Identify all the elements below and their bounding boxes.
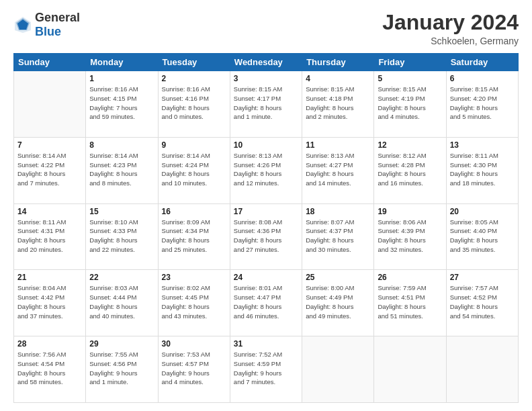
day-info: Sunrise: 8:08 AMSunset: 4:36 PMDaylight:…	[234, 218, 298, 255]
page: General Blue January 2024 Schkoelen, Ger…	[0, 0, 532, 411]
day-number: 21	[17, 273, 82, 282]
table-row: 20Sunrise: 8:05 AMSunset: 4:40 PMDayligh…	[446, 203, 518, 270]
calendar-week-1: 7Sunrise: 8:14 AMSunset: 4:22 PMDaylight…	[14, 137, 519, 203]
day-info: Sunrise: 8:04 AMSunset: 4:42 PMDaylight:…	[17, 283, 82, 320]
table-row: 27Sunrise: 7:57 AMSunset: 4:52 PMDayligh…	[446, 270, 518, 336]
logo-text: General Blue	[35, 11, 80, 39]
table-row: 2Sunrise: 8:16 AMSunset: 4:16 PMDaylight…	[158, 71, 230, 138]
day-number: 5	[378, 74, 442, 83]
logo-icon	[13, 15, 32, 34]
day-info: Sunrise: 8:07 AMSunset: 4:37 PMDaylight:…	[306, 218, 370, 255]
day-number: 23	[162, 273, 226, 282]
table-row	[374, 336, 446, 403]
table-row: 28Sunrise: 7:56 AMSunset: 4:54 PMDayligh…	[14, 336, 86, 403]
day-info: Sunrise: 8:15 AMSunset: 4:20 PMDaylight:…	[450, 85, 515, 122]
table-row: 23Sunrise: 8:02 AMSunset: 4:45 PMDayligh…	[158, 270, 230, 336]
table-row: 17Sunrise: 8:08 AMSunset: 4:36 PMDayligh…	[230, 203, 302, 270]
day-number: 29	[89, 339, 154, 349]
table-row: 25Sunrise: 8:00 AMSunset: 4:49 PMDayligh…	[302, 270, 374, 336]
day-info: Sunrise: 8:02 AMSunset: 4:45 PMDaylight:…	[162, 283, 226, 320]
day-number: 14	[17, 207, 82, 216]
day-number: 26	[378, 273, 442, 282]
day-info: Sunrise: 8:13 AMSunset: 4:27 PMDaylight:…	[306, 151, 370, 188]
table-row: 22Sunrise: 8:03 AMSunset: 4:44 PMDayligh…	[86, 270, 158, 336]
calendar-week-3: 21Sunrise: 8:04 AMSunset: 4:42 PMDayligh…	[14, 270, 519, 336]
day-info: Sunrise: 7:59 AMSunset: 4:51 PMDaylight:…	[378, 283, 442, 320]
table-row: 13Sunrise: 8:11 AMSunset: 4:30 PMDayligh…	[446, 137, 518, 203]
table-row	[446, 336, 518, 403]
table-row: 24Sunrise: 8:01 AMSunset: 4:47 PMDayligh…	[230, 270, 302, 336]
day-number: 9	[162, 140, 226, 150]
table-row: 4Sunrise: 8:15 AMSunset: 4:18 PMDaylight…	[302, 71, 374, 138]
day-number: 10	[234, 140, 298, 150]
calendar-week-4: 28Sunrise: 7:56 AMSunset: 4:54 PMDayligh…	[14, 336, 519, 403]
day-number: 6	[450, 74, 515, 83]
day-info: Sunrise: 8:15 AMSunset: 4:19 PMDaylight:…	[378, 85, 442, 122]
table-row: 29Sunrise: 7:55 AMSunset: 4:56 PMDayligh…	[86, 336, 158, 403]
table-row: 31Sunrise: 7:52 AMSunset: 4:59 PMDayligh…	[230, 336, 302, 403]
table-row: 8Sunrise: 8:14 AMSunset: 4:23 PMDaylight…	[86, 137, 158, 203]
day-number: 28	[17, 339, 82, 349]
calendar-table: Sunday Monday Tuesday Wednesday Thursday…	[13, 53, 519, 403]
day-number: 30	[162, 339, 226, 349]
logo-general: General	[35, 11, 80, 24]
day-info: Sunrise: 7:53 AMSunset: 4:57 PMDaylight:…	[162, 350, 226, 387]
day-number: 18	[306, 207, 370, 216]
day-info: Sunrise: 7:56 AMSunset: 4:54 PMDaylight:…	[17, 350, 82, 387]
table-row: 30Sunrise: 7:53 AMSunset: 4:57 PMDayligh…	[158, 336, 230, 403]
col-wednesday: Wednesday	[230, 54, 302, 71]
calendar-week-0: 1Sunrise: 8:16 AMSunset: 4:15 PMDaylight…	[14, 71, 519, 138]
day-info: Sunrise: 8:16 AMSunset: 4:16 PMDaylight:…	[162, 85, 226, 122]
table-row: 9Sunrise: 8:14 AMSunset: 4:24 PMDaylight…	[158, 137, 230, 203]
col-saturday: Saturday	[446, 54, 518, 71]
table-row: 19Sunrise: 8:06 AMSunset: 4:39 PMDayligh…	[374, 203, 446, 270]
table-row: 11Sunrise: 8:13 AMSunset: 4:27 PMDayligh…	[302, 137, 374, 203]
calendar-week-2: 14Sunrise: 8:11 AMSunset: 4:31 PMDayligh…	[14, 203, 519, 270]
day-number: 7	[17, 140, 82, 150]
day-info: Sunrise: 8:00 AMSunset: 4:49 PMDaylight:…	[306, 283, 370, 320]
table-row: 21Sunrise: 8:04 AMSunset: 4:42 PMDayligh…	[14, 270, 86, 336]
day-info: Sunrise: 7:52 AMSunset: 4:59 PMDaylight:…	[234, 350, 298, 387]
table-row: 18Sunrise: 8:07 AMSunset: 4:37 PMDayligh…	[302, 203, 374, 270]
day-info: Sunrise: 8:05 AMSunset: 4:40 PMDaylight:…	[450, 218, 515, 255]
title-block: January 2024 Schkoelen, Germany	[382, 11, 519, 46]
table-row: 7Sunrise: 8:14 AMSunset: 4:22 PMDaylight…	[14, 137, 86, 203]
col-tuesday: Tuesday	[158, 54, 230, 71]
calendar-title: January 2024	[382, 11, 519, 34]
header: General Blue January 2024 Schkoelen, Ger…	[13, 11, 519, 46]
table-row: 26Sunrise: 7:59 AMSunset: 4:51 PMDayligh…	[374, 270, 446, 336]
table-row	[14, 71, 86, 138]
day-info: Sunrise: 8:15 AMSunset: 4:17 PMDaylight:…	[234, 85, 298, 122]
table-row: 6Sunrise: 8:15 AMSunset: 4:20 PMDaylight…	[446, 71, 518, 138]
table-row: 16Sunrise: 8:09 AMSunset: 4:34 PMDayligh…	[158, 203, 230, 270]
day-number: 20	[450, 207, 515, 216]
col-monday: Monday	[86, 54, 158, 71]
day-info: Sunrise: 8:10 AMSunset: 4:33 PMDaylight:…	[89, 218, 154, 255]
day-info: Sunrise: 8:14 AMSunset: 4:24 PMDaylight:…	[162, 151, 226, 188]
day-number: 19	[378, 207, 442, 216]
day-number: 2	[162, 74, 226, 83]
day-info: Sunrise: 8:12 AMSunset: 4:28 PMDaylight:…	[378, 151, 442, 188]
logo: General Blue	[13, 11, 80, 39]
col-sunday: Sunday	[14, 54, 86, 71]
day-info: Sunrise: 8:16 AMSunset: 4:15 PMDaylight:…	[89, 85, 154, 122]
day-info: Sunrise: 8:11 AMSunset: 4:30 PMDaylight:…	[450, 151, 515, 188]
day-number: 27	[450, 273, 515, 282]
day-number: 13	[450, 140, 515, 150]
day-number: 12	[378, 140, 442, 150]
day-info: Sunrise: 8:06 AMSunset: 4:39 PMDaylight:…	[378, 218, 442, 255]
calendar-subtitle: Schkoelen, Germany	[382, 36, 519, 46]
day-number: 15	[89, 207, 154, 216]
col-friday: Friday	[374, 54, 446, 71]
logo-blue: Blue	[35, 25, 61, 38]
day-info: Sunrise: 8:01 AMSunset: 4:47 PMDaylight:…	[234, 283, 298, 320]
day-info: Sunrise: 8:14 AMSunset: 4:22 PMDaylight:…	[17, 151, 82, 188]
table-row: 10Sunrise: 8:13 AMSunset: 4:26 PMDayligh…	[230, 137, 302, 203]
day-number: 8	[89, 140, 154, 150]
table-row: 15Sunrise: 8:10 AMSunset: 4:33 PMDayligh…	[86, 203, 158, 270]
table-row	[302, 336, 374, 403]
day-info: Sunrise: 8:15 AMSunset: 4:18 PMDaylight:…	[306, 85, 370, 122]
col-thursday: Thursday	[302, 54, 374, 71]
day-number: 4	[306, 74, 370, 83]
day-info: Sunrise: 7:55 AMSunset: 4:56 PMDaylight:…	[89, 350, 154, 387]
